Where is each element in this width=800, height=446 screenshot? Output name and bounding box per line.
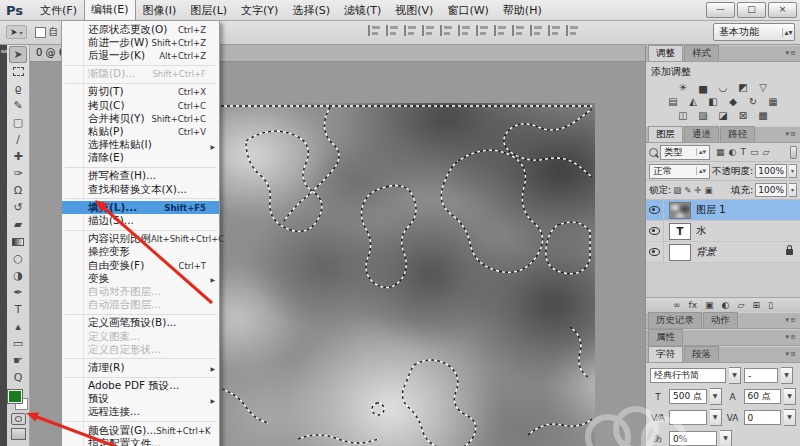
menu-item-auto-blend-layers[interactable]: 自动混合图层...	[62, 299, 219, 312]
eyedropper-tool[interactable]: ∕	[9, 131, 27, 148]
fill-value[interactable]: 100%	[755, 183, 787, 197]
photo-filter-icon[interactable]: ◆	[726, 95, 740, 107]
menubar-item[interactable]: 文字(Y)	[234, 0, 285, 21]
shape-tool[interactable]: ▭	[9, 335, 27, 352]
tab-history[interactable]: 历史记录	[648, 312, 702, 328]
lock-transparent-pixels-icon[interactable]: ▨	[673, 185, 681, 195]
panel-menu-icon[interactable]: ▾≡	[786, 333, 797, 341]
menu-item-stroke[interactable]: 描边(S)...	[62, 214, 219, 227]
canvas[interactable]	[218, 103, 595, 446]
chevron-down-icon[interactable]: ▼	[784, 388, 796, 405]
hue-saturation-icon[interactable]: ▤	[666, 95, 680, 107]
tracking-field[interactable]: 0	[744, 410, 782, 425]
channel-mixer-icon[interactable]: ↻	[746, 95, 760, 107]
gradient-map-icon[interactable]: ▩	[756, 109, 770, 121]
quick-selection-tool[interactable]: ✎	[9, 97, 27, 114]
menubar-item[interactable]: 编辑(E)	[84, 0, 136, 21]
tab-channels[interactable]: 通道	[684, 126, 719, 142]
menu-item-undo[interactable]: 还原状态更改(O) Ctrl+Z	[62, 23, 219, 36]
panel-menu-icon[interactable]: ▾≡	[786, 316, 797, 324]
auto-align-layers-icon[interactable]	[566, 25, 579, 36]
invert-icon[interactable]: ◫	[676, 109, 690, 121]
tab-properties[interactable]: 属性	[648, 329, 683, 345]
menu-item-clear[interactable]: 清除(E)	[62, 152, 219, 165]
menu-item-remote-connections[interactable]: 远程连接...	[62, 406, 219, 419]
exposure-icon[interactable]: ◩	[736, 81, 750, 93]
panel-menu-icon[interactable]: ▾≡	[786, 130, 797, 138]
link-layers-icon[interactable]: ∞	[673, 300, 681, 310]
spot-healing-brush-tool[interactable]: ✚	[9, 148, 27, 165]
menubar-item[interactable]: 图像(I)	[136, 0, 184, 21]
menu-item-define-pattern[interactable]: 定义图案...	[62, 330, 219, 343]
menu-item-check-spelling[interactable]: 拼写检查(H)...	[62, 170, 219, 183]
align-top-edges-icon[interactable]	[368, 25, 381, 36]
gradient-tool[interactable]	[9, 233, 27, 250]
chevron-down-icon[interactable]: ▼	[710, 388, 722, 405]
chevron-down-icon[interactable]: ▼	[784, 409, 796, 426]
add-layer-mask-icon[interactable]: ▣	[705, 300, 714, 310]
lasso-tool[interactable]: ϱ	[9, 80, 27, 97]
pen-tool[interactable]: ✒	[9, 284, 27, 301]
font-family-field[interactable]: 经典行书简	[650, 368, 726, 383]
new-group-icon[interactable]: ▱	[737, 300, 744, 310]
menu-item-free-transform[interactable]: 自由变换(F) Ctrl+T	[62, 259, 219, 272]
layer-row-layer1[interactable]: 图层 1	[646, 200, 800, 221]
layer-row-background[interactable]: 背景	[646, 242, 800, 263]
layer-thumbnail[interactable]	[669, 202, 691, 219]
menu-item-transform[interactable]: 变换	[62, 272, 219, 285]
menubar-item[interactable]: 窗口(W)	[440, 0, 495, 21]
layer-styles-icon[interactable]: fx	[689, 300, 698, 310]
new-adjustment-layer-icon[interactable]: ◐	[722, 300, 730, 310]
posterize-icon[interactable]: ▨	[696, 109, 710, 121]
maximize-button[interactable]: □	[737, 2, 766, 18]
clone-stamp-tool[interactable]: Ω	[9, 182, 27, 199]
visibility-toggle[interactable]	[646, 221, 664, 241]
menubar-item[interactable]: 图层(L)	[183, 0, 234, 21]
menu-item-define-custom-shape[interactable]: 定义自定形状...	[62, 343, 219, 356]
menubar-item[interactable]: 滤镜(T)	[337, 0, 388, 21]
visibility-toggle[interactable]	[646, 242, 664, 262]
filter-pixel-layers-icon[interactable]: ▦	[716, 147, 725, 157]
menubar-item[interactable]: 视图(V)	[388, 0, 440, 21]
align-right-edges-icon[interactable]	[458, 25, 471, 36]
move-tool[interactable]: ➤	[9, 46, 27, 63]
marquee-tool[interactable]	[9, 63, 27, 80]
hand-tool[interactable]: ☛	[9, 352, 27, 369]
menu-item-purge[interactable]: 清理(R)	[62, 361, 219, 374]
font-size-field[interactable]: 500 点	[669, 389, 707, 404]
layer-thumbnail[interactable]: T	[669, 223, 691, 240]
tab-layers[interactable]: 图层	[648, 126, 683, 142]
lock-position-icon[interactable]: ✛	[694, 185, 701, 195]
dodge-tool[interactable]: ◑	[9, 267, 27, 284]
leading-field[interactable]: 60 点	[744, 389, 782, 404]
current-tool-preset[interactable]: ➤ ▾	[6, 25, 27, 39]
threshold-icon[interactable]: ◪	[716, 109, 730, 121]
panel-menu-icon[interactable]: ▾≡	[786, 49, 797, 57]
tab-paths[interactable]: 路径	[720, 126, 755, 142]
chevron-down-icon[interactable]: ▼	[781, 367, 793, 384]
menu-item-copy-merged[interactable]: 合并拷贝(Y) Shift+Ctrl+C	[62, 112, 219, 125]
menu-item-content-aware-scale[interactable]: 内容识别比例 Alt+Shift+Ctrl+C	[62, 233, 219, 246]
menu-item-find-replace-text[interactable]: 查找和替换文本(X)...	[62, 183, 219, 196]
menu-item-presets[interactable]: 预设	[62, 393, 219, 406]
menu-item-color-settings[interactable]: 颜色设置(G)... Shift+Ctrl+K	[62, 424, 219, 437]
delete-layer-icon[interactable]: ▯	[768, 300, 773, 310]
zoom-tool[interactable]: Q	[9, 369, 27, 386]
filter-adjustment-layers-icon[interactable]: ◐	[729, 147, 737, 157]
levels-icon[interactable]: ▅	[696, 81, 710, 93]
kerning-field[interactable]	[669, 410, 707, 425]
new-layer-icon[interactable]: ⊞	[752, 300, 760, 310]
foreground-color-swatch[interactable]	[8, 390, 22, 403]
opacity-value[interactable]: 100%	[755, 164, 787, 178]
menubar-item[interactable]: 文件(F)	[33, 0, 84, 21]
collapsed-dock-strip[interactable]: ▪▪	[0, 45, 7, 446]
menubar-item[interactable]: 选择(S)	[285, 0, 337, 21]
filter-type-layers-icon[interactable]: T	[740, 147, 746, 157]
menu-item-fade[interactable]: 渐隐(D)... Shift+Ctrl+F	[62, 68, 219, 81]
menu-item-copy[interactable]: 拷贝(C) Ctrl+C	[62, 99, 219, 112]
path-selection-tool[interactable]: ▴	[9, 318, 27, 335]
auto-select-checkbox[interactable]	[35, 27, 46, 38]
history-brush-tool[interactable]: ↺	[9, 199, 27, 216]
menu-item-fill[interactable]: 填充(L)... Shift+F5	[62, 201, 219, 214]
align-bottom-edges-icon[interactable]	[404, 25, 417, 36]
